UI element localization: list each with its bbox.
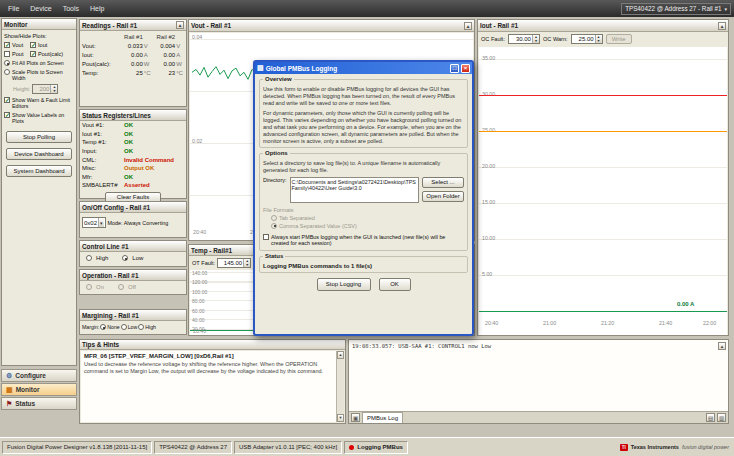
scroll-down-icon[interactable]: ▼ [337,414,344,422]
brand-tagline: fusion digital power [682,444,729,450]
control-line-panel: Control Line #1 High Low [79,240,187,267]
collapse-icon[interactable]: ▴ [464,22,472,30]
collapse-icon[interactable]: ▴ [176,21,184,29]
stepper-arrows-icon[interactable]: ▲▼ [532,35,539,43]
status-value: Invalid Command [124,157,184,163]
reading-unit: A [175,52,184,58]
device-dashboard-button[interactable]: Device Dashboard [6,148,72,160]
show-warn-fault-checkbox[interactable] [4,97,10,103]
save-log-icon[interactable]: ▥ [717,413,726,422]
autostart-logging-checkbox[interactable] [263,234,269,240]
collapse-icon[interactable]: ▴ [718,22,726,30]
height-label: Height: [13,86,30,92]
control-low-radio[interactable] [122,255,128,261]
readings-title: Readings - Rail #1 [82,22,137,29]
stepper-arrows-icon[interactable]: ▲▼ [243,259,250,267]
margin-none-radio[interactable] [100,324,106,330]
stop-logging-button[interactable]: Stop Logging [317,278,371,291]
clipboard-icon[interactable]: ▣ [351,413,360,422]
operation-off-radio[interactable] [118,284,124,290]
tips-scrollbar[interactable]: ▲ ▼ [336,351,344,422]
tips-body: Used to decrease the reference voltage b… [84,361,333,374]
tab-pmbus-log[interactable]: PMBus Log [362,412,403,423]
select-directory-button[interactable]: Select ... [422,177,464,188]
write-button[interactable]: Write [606,34,632,44]
close-icon[interactable]: × [461,64,470,73]
tab-pmbus-log-label: PMBus Log [367,415,398,421]
scroll-up-icon[interactable]: ▲ [337,351,344,359]
tips-heading: MFR_06 [STEP_VREF_MARGIN_LOW] [0xD6,Rail… [84,353,333,359]
status-value: OK [124,148,184,154]
x-axis-label: 20:40 [193,229,206,235]
ok-button[interactable]: OK [379,278,411,291]
x-axis-label: 20:40 [485,320,498,326]
directory-input[interactable]: C:\Documents and Settings\a0272421\Deskt… [290,177,419,203]
pout-calc-plot-checkbox[interactable] [30,51,36,57]
vout-plot-checkbox[interactable] [4,42,10,48]
onoff-config-select[interactable]: 0x02 ▾ [82,217,106,228]
iout-plot-area: 35.00 30.00 25.00 20.00 15.00 10.00 5.00… [479,47,727,335]
y-axis-label: 120.00 [192,279,207,285]
tips-title: Tips & Hints [82,341,119,348]
system-dashboard-button[interactable]: System Dashboard [6,165,72,177]
margin-low-radio[interactable] [121,324,127,330]
scale-plots-label: Scale Plots to Screen Width [12,69,74,81]
readings-col1-header: Rail #1 [117,34,142,40]
margin-high-radio[interactable] [138,324,144,330]
margin-none-label: None [107,324,119,330]
height-stepper[interactable]: 200 ▲▼ [32,84,58,94]
collapse-icon[interactable]: ▴ [718,342,726,350]
operation-on-radio[interactable] [86,284,92,290]
iout-waveform-line [479,311,727,312]
onoff-config-panel: On/Off Config - Rail #1 0x02 ▾ Mode: Alw… [79,201,187,238]
restore-icon[interactable]: □ [450,64,459,73]
y-axis-label: 5.00 [482,271,492,277]
margining-header: Margining - Rail #1 [80,310,186,321]
stop-polling-button[interactable]: Stop Polling [6,131,72,143]
overview-legend: Overview [263,76,294,82]
status-label: Iout #1: [82,131,124,137]
tab-separated-radio[interactable] [271,215,277,221]
logging-status[interactable]: Logging PMBus [344,441,408,454]
y-axis-label: 0.02 [192,138,202,144]
oc-fault-stepper[interactable]: 30.00 ▲▼ [508,34,540,44]
menu-device[interactable]: Device [25,4,56,13]
status-registers-panel: Status Registers/Lines Vout #1:OK Iout #… [79,109,187,199]
scale-plots-radio[interactable] [4,69,10,75]
open-folder-button[interactable]: Open Folder [422,191,464,202]
stepper-arrows-icon[interactable]: ▲▼ [50,85,57,93]
status-row: CML:Invalid Command [80,155,186,164]
csv-radio[interactable] [271,223,277,229]
oc-warn-stepper[interactable]: 25.00 ▲▼ [571,34,603,44]
operation-header: Operation - Rail #1 [80,270,186,281]
reading-label: Vout: [82,43,117,49]
y-axis-label: 40.00 [192,317,205,323]
menu-help[interactable]: Help [85,4,109,13]
options-legend: Options [263,150,290,156]
iout-plot-checkbox[interactable] [30,42,36,48]
y-axis-label: 30.00 [482,91,495,97]
show-value-labels-checkbox[interactable] [4,112,10,118]
ot-fault-stepper[interactable]: 145.00 ▲▼ [217,258,251,268]
dialog-titlebar[interactable]: ▤ Global PMBus Logging □ × [255,62,472,74]
nav-status[interactable]: ⚑ Status [1,397,77,410]
status-value: Output OK [124,165,184,171]
autostart-logging-label: Always start PMBus logging when the GUI … [271,234,464,247]
device-selector[interactable]: TPS40422 @ Address 27 - Rail #1 ▾ [621,3,731,15]
menu-tools[interactable]: Tools [58,4,84,13]
stepper-arrows-icon[interactable]: ▲▼ [595,35,602,43]
copy-log-icon[interactable]: ▤ [706,413,715,422]
readings-col2-header: Rail #2 [152,34,176,40]
menu-file[interactable]: File [3,4,24,13]
control-high-radio[interactable] [86,255,92,261]
oc-warn-value: 25.00 [572,36,595,42]
ot-fault-label: OT Fault: [192,260,215,266]
status-label: Temp #1: [82,139,124,145]
nav-monitor[interactable]: ▦ Monitor [1,383,77,396]
logging-status-text: Logging PMBus commands to 1 file(s) [263,263,464,269]
fit-all-plots-radio[interactable] [4,60,10,66]
logging-status-label: Logging PMBus [357,444,403,450]
nav-configure[interactable]: ⚙ Configure [1,369,77,382]
reading-value: 0.00 [117,61,142,67]
pout-plot-checkbox[interactable] [4,51,10,57]
